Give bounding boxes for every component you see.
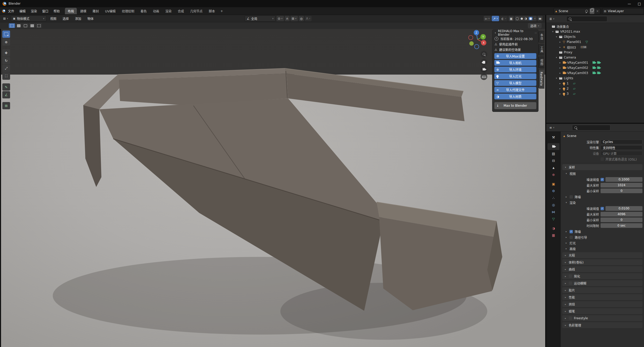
shading-rendered-button[interactable]: ● bbox=[529, 17, 533, 20]
disclosure-icon[interactable]: ▸ bbox=[559, 61, 561, 64]
collapse-icon[interactable]: ▾ bbox=[494, 32, 497, 34]
cursor-tool[interactable]: ⊕ bbox=[2, 38, 10, 46]
sidebar-tab-view[interactable]: 视图 bbox=[538, 56, 544, 68]
tab-shading[interactable]: 着色 bbox=[138, 8, 149, 14]
editor-type-button[interactable]: ⊞ ∨ bbox=[2, 16, 10, 21]
menu-object[interactable]: 物体 bbox=[85, 16, 96, 21]
render-noise-checkbox[interactable]: ✓ bbox=[601, 207, 604, 210]
transform-tool[interactable]: ⛶ bbox=[2, 73, 10, 80]
shading-material-button[interactable]: ◑ bbox=[525, 17, 527, 20]
section-performance[interactable]: ▸性能 bbox=[562, 294, 642, 300]
outliner-row-vr2021[interactable]: ▾VR2021.max bbox=[548, 29, 644, 34]
render-max-samples-field[interactable]: 4096 bbox=[601, 212, 642, 216]
section-volumes[interactable]: ▸体积(卷标) bbox=[562, 259, 642, 265]
tab-modifiers[interactable]: ⚙ bbox=[548, 187, 559, 194]
select-mode-intersect-button[interactable] bbox=[36, 23, 42, 28]
properties-editor-type-button[interactable]: ≡ ∨ bbox=[548, 125, 556, 130]
subpanel-lights[interactable]: ▸灯光 bbox=[565, 240, 642, 245]
section-light-paths[interactable]: ▸光程 bbox=[562, 252, 642, 258]
mode-dropdown[interactable]: ▣ 物体模式 ∨ bbox=[11, 16, 47, 21]
menu-file[interactable]: 文件 bbox=[5, 8, 17, 14]
outliner-editor-type-button[interactable]: ≣ ∨ bbox=[548, 16, 556, 21]
menu-add[interactable]: 添加 bbox=[72, 16, 84, 21]
tab-tool[interactable]: ⚒ bbox=[548, 134, 559, 141]
import-proxy-button[interactable]: ∞导入代理文件 bbox=[494, 87, 536, 93]
featureset-dropdown[interactable]: 支持特性 bbox=[601, 145, 642, 150]
tab-modeling[interactable]: 建模 bbox=[77, 8, 89, 14]
blender-menu-icon[interactable] bbox=[2, 9, 5, 13]
tab-animation[interactable]: 动画 bbox=[150, 8, 162, 14]
panel-sampling[interactable]: ▾采样 bbox=[562, 164, 642, 170]
rotate-tool[interactable]: ↻ bbox=[2, 57, 10, 64]
motion-blur-checkbox[interactable] bbox=[569, 281, 572, 285]
tab-object[interactable]: ▣ bbox=[548, 180, 559, 187]
shading-solid-button[interactable]: ● bbox=[520, 17, 523, 20]
tab-render[interactable] bbox=[548, 143, 559, 150]
tab-material[interactable]: ◑ bbox=[548, 225, 559, 232]
disclosure-icon[interactable]: ▾ bbox=[555, 35, 558, 38]
outliner-row-light-1[interactable]: ▸1▱ bbox=[548, 81, 644, 86]
viewport-3d[interactable]: ⊕ ✥ ↻ ⤢ ⛶ ✎ ∠ ⊞ Z Y X bbox=[1, 29, 545, 347]
outliner-row-camera[interactable]: ▾Camera bbox=[548, 55, 644, 60]
import-model-button[interactable]: ▽导入模型 bbox=[494, 80, 536, 86]
add-cube-tool[interactable]: ⊞ bbox=[2, 102, 10, 109]
navigation-gizmo[interactable]: Z Y X bbox=[463, 29, 492, 56]
select-mode-new-button[interactable] bbox=[9, 23, 15, 28]
menu-edit[interactable]: 编辑 bbox=[17, 8, 28, 14]
tab-output[interactable]: ▤ bbox=[548, 150, 559, 157]
outliner-row-proxy[interactable]: Proxy bbox=[548, 50, 644, 55]
section-freestyle[interactable]: ▸Freestyle bbox=[562, 315, 642, 321]
disclosure-icon[interactable]: ▸ bbox=[559, 87, 561, 90]
tab-texture[interactable]: ▦ bbox=[548, 232, 559, 238]
section-film[interactable]: ▸胶片 bbox=[562, 287, 642, 293]
object-visibility-dropdown[interactable]: ▻ ∨ bbox=[484, 16, 491, 21]
snap-dropdown[interactable]: ⊞ ∨ bbox=[290, 16, 298, 21]
subpanel-render-denoise[interactable]: ▸✓降噪 bbox=[565, 229, 642, 234]
tab-world[interactable]: ⊕ bbox=[548, 171, 559, 178]
disclosure-icon[interactable]: ▸ bbox=[559, 92, 561, 95]
viewlayer-selector[interactable]: ⊟ ViewLayer bbox=[602, 8, 644, 14]
subpanel-advanced[interactable]: ▸高级 bbox=[565, 246, 642, 251]
max-to-blender-button[interactable]: ↓Max to Blender bbox=[494, 102, 536, 109]
sidebar-tab-item[interactable]: 条目 bbox=[538, 31, 544, 43]
outliner-row-plane001[interactable]: ▸▽Plane001▽ bbox=[548, 39, 644, 45]
select-mode-extend-button[interactable] bbox=[16, 23, 22, 28]
outliner-row-light-2[interactable]: ▸2▱ bbox=[548, 86, 644, 91]
import-max-settings-button[interactable]: ⚙导入Max设置 bbox=[494, 53, 536, 59]
time-limit-field[interactable]: 0 sec bbox=[601, 223, 642, 228]
sidebar-tab-tool[interactable]: 工具 bbox=[538, 44, 544, 55]
tab-object-data[interactable]: ▽ bbox=[548, 215, 559, 222]
tab-geometry-nodes[interactable]: 几何节点 bbox=[187, 8, 205, 14]
viewport-max-samples-field[interactable]: 1024 bbox=[601, 183, 642, 187]
outliner-row-vraycam003[interactable]: ▸VRayCam003 bbox=[548, 70, 644, 76]
disclosure-icon[interactable]: ▸ bbox=[559, 82, 561, 85]
drag-grip-icon[interactable]: ∷ bbox=[535, 32, 537, 34]
section-simplify[interactable]: ▸简化 bbox=[562, 273, 642, 279]
disclosure-icon[interactable]: ▾ bbox=[555, 77, 558, 79]
proportional-falloff-dropdown[interactable]: Λ ∨ bbox=[305, 16, 312, 21]
tab-uv-editing[interactable]: UV编辑 bbox=[102, 8, 118, 14]
pivot-point-dropdown[interactable]: ⊙ ∨ bbox=[276, 16, 284, 21]
subpanel-path-guiding[interactable]: ▸路径引导 bbox=[565, 235, 642, 240]
disclosure-icon[interactable]: ▸ bbox=[559, 46, 561, 48]
engine-dropdown[interactable]: Cycles bbox=[601, 140, 642, 144]
overlays-dropdown[interactable]: ◐ ∨ bbox=[500, 16, 507, 21]
subpanel-render[interactable]: ▾渲染 bbox=[565, 200, 642, 205]
outliner-row-objects[interactable]: ▾Objects bbox=[548, 34, 644, 39]
menu-render[interactable]: 渲染 bbox=[28, 8, 40, 14]
path-guiding-checkbox[interactable] bbox=[570, 236, 573, 239]
outliner-row-scene-collection[interactable]: 场景集合 bbox=[548, 24, 644, 29]
viewport-min-samples-field[interactable]: 0 bbox=[601, 189, 642, 193]
delete-scene-button[interactable]: × bbox=[596, 9, 599, 13]
section-color-management[interactable]: ▸色彩管理 bbox=[562, 322, 642, 328]
camera-view-button[interactable] bbox=[481, 66, 487, 73]
transform-orientation-dropdown[interactable]: ∠ 全局 ∨ bbox=[245, 16, 276, 21]
options-dropdown[interactable]: 选项 ∨ bbox=[528, 23, 542, 28]
simplify-checkbox[interactable] bbox=[569, 274, 572, 278]
outliner-search-input[interactable] bbox=[566, 16, 607, 22]
tab-view-layer[interactable]: ⊟ bbox=[548, 157, 559, 164]
select-mode-invert-button[interactable] bbox=[29, 23, 35, 28]
scene-selector[interactable]: ▲ Scene × bbox=[553, 8, 601, 14]
import-light-button[interactable]: 导入灯光 bbox=[494, 73, 536, 79]
outliner-row-group003[interactable]: ▸+组003▽18 bbox=[548, 45, 644, 50]
